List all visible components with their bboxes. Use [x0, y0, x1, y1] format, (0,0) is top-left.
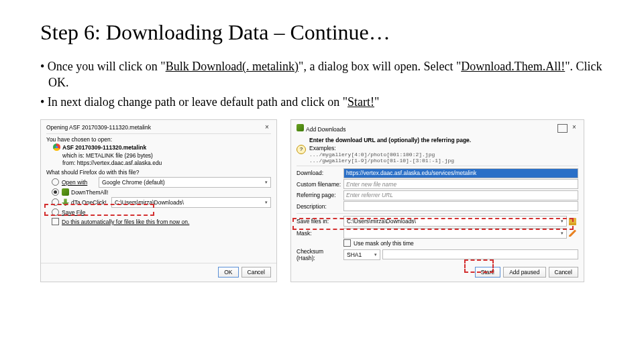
save-path-select[interactable]: C:\Users\mirza\Downloads\: [343, 216, 567, 227]
cancel-button[interactable]: Cancel: [549, 267, 578, 278]
description-label: Description:: [297, 203, 343, 210]
dialog-title: Opening ASF 20170309-111320.metalink: [46, 124, 151, 131]
save-file-label: Save File: [62, 209, 85, 216]
checksum-label: Checksum (Hash):: [297, 248, 343, 261]
slide-title: Step 6: Downloading Data – Continue…: [40, 20, 604, 45]
referrer-input[interactable]: Enter referrer URL: [343, 190, 578, 200]
bullet-1: • Once you will click on "Bulk Download(…: [40, 58, 604, 91]
open-with-radio[interactable]: [52, 178, 59, 186]
file-from: from: https://vertex.daac.asf.alaska.edu: [46, 160, 271, 166]
save-in-label: Save files in:: [297, 218, 343, 225]
download-url-input[interactable]: https://vertex.daac.asf.alaska.edu/servi…: [343, 168, 578, 178]
add-paused-button[interactable]: Add paused: [503, 267, 545, 278]
hash-type-select[interactable]: SHA1: [343, 249, 380, 260]
mask-select[interactable]: [343, 228, 567, 239]
hash-input[interactable]: [382, 249, 578, 259]
dta-icon: [62, 188, 69, 196]
examples-label: Examples:: [309, 145, 471, 152]
mask-only-checkbox[interactable]: [343, 239, 351, 247]
cancel-button[interactable]: Cancel: [241, 267, 271, 278]
what-label: What should Firefox do with this file?: [46, 169, 271, 176]
oneclick-label: dTa OneClick!: [71, 199, 111, 206]
ok-button[interactable]: OK: [218, 267, 238, 278]
header-text: Enter the download URL and (optionally) …: [309, 137, 471, 143]
oneclick-path-select[interactable]: C:\Users\mirza\Downloads\: [111, 197, 271, 208]
folder-icon[interactable]: [569, 218, 576, 225]
download-label: Download:: [297, 170, 343, 176]
close-icon[interactable]: ×: [263, 124, 271, 131]
close-icon[interactable]: ×: [570, 124, 578, 131]
help-icon: ?: [297, 145, 306, 154]
example-1: .../mygallery[4:0]/photo[001:100:2].jpg: [309, 152, 471, 158]
mask-only-label: Use mask only this time: [354, 240, 414, 247]
edit-icon[interactable]: [569, 229, 576, 237]
open-with-select[interactable]: Google Chrome (default): [99, 177, 271, 188]
bullet-2: • In next dialog change path or leave de…: [40, 94, 604, 110]
start-button[interactable]: Start!: [475, 267, 500, 278]
downthemall-label: DownThemAll!: [71, 189, 108, 196]
referrer-label: Referring page:: [297, 192, 343, 198]
mask-label: Mask:: [297, 230, 343, 237]
maximize-icon[interactable]: [557, 124, 568, 133]
open-with-label: Open with: [62, 179, 99, 186]
open-file-dialog: Opening ASF 20170309-111320.metalink × Y…: [40, 119, 277, 282]
description-input[interactable]: [343, 201, 578, 211]
custom-filename-input[interactable]: Enter new file name: [343, 179, 578, 189]
dialog-title: Add Downloads: [306, 126, 346, 133]
add-downloads-dialog: Add Downloads × ? Enter the download URL…: [290, 119, 584, 282]
dta-icon: [297, 124, 304, 131]
downthemall-radio[interactable]: [52, 188, 59, 196]
custom-filename-label: Custom filename:: [297, 181, 343, 188]
auto-label: Do this automatically for files like thi…: [62, 219, 189, 225]
save-file-radio[interactable]: [52, 208, 59, 216]
chrome-icon: [53, 143, 60, 151]
choose-label: You have chosen to open:: [46, 136, 271, 143]
file-type: which is: METALINK file (296 bytes): [46, 152, 271, 159]
oneclick-radio[interactable]: [52, 198, 59, 206]
bullet-list: • Once you will click on "Bulk Download(…: [40, 58, 604, 110]
dta-oneclick-icon: [62, 198, 69, 206]
file-name: ASF 20170309-111320.metalink: [62, 144, 146, 151]
example-2: .../gwgallery[1-9]/photo[01-10]-[3:01:-1…: [309, 158, 471, 164]
auto-checkbox[interactable]: [52, 218, 59, 225]
